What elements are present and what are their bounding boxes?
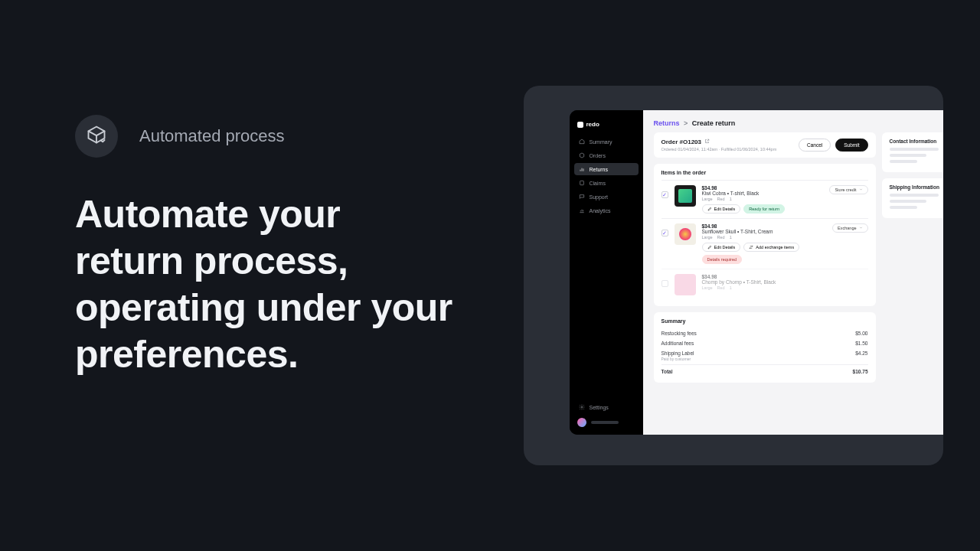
- breadcrumb-current: Create return: [692, 119, 736, 127]
- resolution-dropdown[interactable]: Exchange: [832, 223, 867, 233]
- chevron-down-icon: [629, 208, 634, 213]
- summary-label: Shipping Label: [662, 350, 694, 356]
- items-title: Items in the order: [662, 170, 868, 175]
- summary-label: Additional fees: [662, 341, 694, 346]
- resolution-dropdown[interactable]: Store credit: [829, 185, 867, 194]
- item-price: $34.98: [702, 274, 868, 279]
- chevron-down-icon: [859, 226, 863, 230]
- skeleton-line: [890, 206, 917, 209]
- svg-point-1: [581, 406, 583, 408]
- submit-button[interactable]: Submit: [835, 139, 867, 152]
- summary-title: Summary: [662, 318, 868, 324]
- line-item: $34.98 Sunflower Skull • T-Shirt, Cream …: [662, 218, 868, 269]
- skeleton-line: [890, 194, 939, 197]
- breadcrumb-separator: >: [684, 119, 688, 127]
- sidebar-item-claims[interactable]: Claims: [574, 177, 639, 189]
- sidebar-item-label: Settings: [590, 405, 609, 410]
- variant-color: Red: [717, 285, 725, 290]
- variant-size: Large: [702, 235, 713, 240]
- breadcrumb-root[interactable]: Returns: [654, 119, 680, 127]
- summary-total-value: $10.75: [853, 369, 868, 374]
- chevron-down-icon: [859, 187, 863, 192]
- topbar: Returns > Create return Nova nova.myshop: [643, 110, 943, 132]
- variant-qty: 1: [730, 197, 732, 201]
- feature-badge-label: Automated process: [139, 126, 285, 146]
- headline: Automate your return process, operating …: [75, 191, 456, 378]
- skeleton-line: [890, 148, 939, 151]
- items-panel: Items in the order $34.98 Kiwi Cobra • T…: [654, 164, 876, 306]
- sidebar-item-analytics[interactable]: Analytics: [574, 204, 639, 217]
- summary-panel: Summary Restocking fees$5.00 Additional …: [654, 312, 876, 383]
- sidebar-item-label: Orders: [590, 153, 606, 158]
- sidebar-item-support[interactable]: Support: [574, 191, 639, 203]
- sidebar-item-orders[interactable]: Orders: [574, 149, 639, 161]
- chat-icon: [579, 194, 585, 200]
- skeleton-line: [890, 200, 926, 203]
- summary-value: $4.25: [855, 350, 867, 356]
- item-checkbox[interactable]: [662, 191, 668, 198]
- variant-qty: 1: [730, 235, 732, 240]
- item-checkbox[interactable]: [662, 230, 668, 236]
- pencil-icon: [707, 245, 712, 249]
- embedded-app: redo Summary Orders Return: [570, 110, 943, 435]
- item-price: $34.98: [702, 223, 827, 229]
- item-name: Chomp by Chomp • T-Shirt, Black: [702, 279, 868, 285]
- item-price: $34.98: [702, 185, 824, 191]
- feature-icon-badge: [75, 115, 118, 158]
- avatar: [577, 418, 586, 427]
- sidebar-item-label: Claims: [590, 181, 606, 186]
- edit-details-button[interactable]: Edit Details: [702, 243, 741, 252]
- status-badge: Ready for return: [743, 204, 785, 214]
- line-item: $34.98 Kiwi Cobra • T-shirt, Black Large…: [662, 180, 868, 218]
- breadcrumb: Returns > Create return: [654, 119, 736, 127]
- line-item: $34.98 Chomp by Chomp • T-Shirt, Black L…: [662, 269, 868, 300]
- chevron-down-icon: [629, 194, 634, 199]
- receipt-icon: [579, 180, 585, 186]
- sidebar-item-returns[interactable]: Returns: [574, 163, 639, 175]
- sidebar-user[interactable]: [574, 413, 639, 429]
- summary-label: Restocking fees: [662, 331, 697, 336]
- cancel-button[interactable]: Cancel: [799, 139, 831, 152]
- item-checkbox[interactable]: [662, 280, 668, 287]
- sidebar: redo Summary Orders Return: [570, 110, 643, 435]
- sidebar-item-label: Analytics: [590, 208, 611, 214]
- summary-value: $1.50: [855, 341, 867, 346]
- variant-color: Red: [717, 197, 725, 201]
- logo-icon: [577, 122, 583, 128]
- status-badge: Details required: [702, 255, 743, 264]
- svg-rect-0: [580, 181, 583, 184]
- home-icon: [579, 139, 585, 145]
- variant-size: Large: [702, 285, 713, 290]
- external-link-icon[interactable]: [704, 139, 710, 145]
- variant-size: Large: [702, 197, 713, 201]
- swap-icon: [749, 245, 753, 249]
- pencil-icon: [707, 207, 712, 211]
- user-name-placeholder: [591, 421, 619, 424]
- sidebar-item-label: Summary: [590, 139, 612, 145]
- skeleton-line: [890, 160, 917, 163]
- product-thumbnail: [675, 274, 696, 295]
- variant-color: Red: [717, 235, 725, 240]
- add-exchange-button[interactable]: Add exchange items: [743, 243, 799, 252]
- package-icon: [86, 124, 107, 148]
- order-title: Order #O1203: [662, 139, 777, 145]
- product-thumbnail: [675, 185, 696, 207]
- marketing-left-panel: Automated process Automate your return p…: [0, 0, 486, 551]
- brand-logo[interactable]: redo: [574, 116, 639, 135]
- sidebar-item-settings[interactable]: Settings: [574, 401, 639, 413]
- summary-subtext: Paid by customer: [662, 357, 868, 361]
- variant-qty: 1: [730, 285, 732, 290]
- item-name: Sunflower Skull • T-Shirt, Cream: [702, 229, 827, 234]
- shipping-info-panel: Shipping Information: [882, 178, 943, 218]
- edit-details-button[interactable]: Edit Details: [702, 204, 741, 214]
- chart-icon: [579, 207, 585, 214]
- sidebar-item-summary[interactable]: Summary: [574, 135, 639, 148]
- shipping-title: Shipping Information: [890, 184, 943, 190]
- skeleton-line: [890, 154, 926, 157]
- product-thumbnail: [675, 223, 696, 245]
- summary-total-label: Total: [662, 369, 673, 374]
- order-meta: Ordered 01/04/2024, 11:42am · Fulfilled …: [662, 147, 777, 152]
- summary-value: $5.00: [855, 331, 867, 336]
- order-header-panel: Order #O1203 Ordered 01/04/2024, 11:42am…: [654, 132, 876, 158]
- contact-title: Contact Information: [890, 139, 943, 144]
